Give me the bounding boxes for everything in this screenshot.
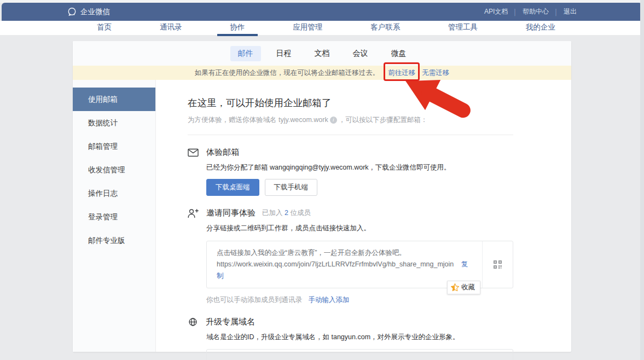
page-subtitle: 为方便体验，赠送你体验域名 tyjy.wecom.work i ，可以按以下步骤… — [188, 115, 545, 125]
invite-desc: 分享链接或二维码到工作群，成员点击链接快速加入。 — [206, 224, 513, 233]
invite-user-icon — [188, 208, 199, 218]
help-center-link[interactable]: 帮助中心 — [523, 7, 549, 16]
section-trial-mailbox: 体验邮箱 已经为你分配了邮箱 wangqingqing@tyjy.wecom.w… — [188, 147, 513, 196]
tab-calendar[interactable]: 日程 — [269, 46, 299, 61]
page-title: 在这里，可以开始使用企业邮箱了 — [188, 96, 545, 109]
globe-icon — [188, 317, 198, 327]
nav-item-tools[interactable]: 管理工具 — [447, 21, 479, 35]
qr-code-button[interactable] — [482, 241, 513, 288]
content-card: 邮件 日程 文档 会议 微盘 如果有正在使用的企业微信，现在可以将企业邮箱迁移过… — [73, 41, 571, 352]
app-logo-label: 企业微信 — [80, 7, 110, 17]
nav-item-contacts[interactable]: 通讯录 — [159, 21, 183, 35]
nav-item-customers[interactable]: 客户联系 — [369, 21, 401, 35]
qr-code-icon — [493, 260, 502, 269]
invite-member-count: 2 — [285, 209, 288, 217]
tab-mail[interactable]: 邮件 — [230, 46, 261, 61]
topbar-links: API文档 │ 帮助中心 │ 退出 — [484, 7, 577, 16]
nav-item-my-company[interactable]: 我的企业 — [525, 21, 556, 35]
sidebar-item-use-mailbox[interactable]: 使用邮箱 — [73, 88, 155, 111]
divider — [188, 135, 513, 135]
manual-add-row: 你也可以手动添加成员到通讯录 手动输入添加 — [206, 295, 513, 305]
sidebar-item-send-receive-mgmt[interactable]: 收发信管理 — [73, 158, 155, 182]
app-logo[interactable]: 企业微信 — [67, 7, 110, 17]
tab-drive[interactable]: 微盘 — [384, 46, 414, 61]
api-docs-link[interactable]: API文档 — [484, 7, 508, 16]
section-title-domain: 升级专属域名 — [206, 317, 255, 327]
trial-mailbox-desc: 已经为你分配了邮箱 wangqingqing@tyjy.wecom.work，下… — [206, 163, 513, 172]
sidebar-item-statistics[interactable]: 数据统计 — [73, 111, 155, 135]
main-content: 在这里，可以开始使用企业邮箱了 为方便体验，赠送你体验域名 tyjy.wecom… — [156, 80, 571, 352]
section-title-invite: 邀请同事体验 — [206, 208, 256, 218]
divider: │ — [513, 9, 517, 15]
collab-tabs: 邮件 日程 文档 会议 微盘 — [73, 41, 571, 66]
domain-desc: 域名是企业的ID，升级企业专属域名，如 tangyun.com，对外展示专业的企… — [206, 333, 513, 342]
favorite-badge-label: 收藏 — [461, 283, 475, 292]
manual-add-link[interactable]: 手动输入添加 — [308, 296, 349, 304]
mail-sidebar: 使用邮箱 数据统计 邮箱管理 收发信管理 操作日志 登录管理 邮件专业版 — [73, 80, 156, 352]
sidebar-item-operation-log[interactable]: 操作日志 — [73, 182, 155, 205]
invite-meta-suffix: 位成员 — [288, 209, 311, 217]
manual-add-text: 你也可以手动添加成员到通讯录 — [206, 296, 302, 304]
chat-bubble-icon — [67, 7, 77, 16]
info-icon[interactable]: i — [330, 117, 337, 124]
divider: │ — [554, 9, 558, 15]
skip-migrate-link[interactable]: 无需迁移 — [422, 68, 449, 78]
download-desktop-button[interactable]: 下载桌面端 — [206, 179, 259, 196]
migration-notice-bar: 如果有正在使用的企业微信，现在可以将企业邮箱迁移过去。 前往迁移 无需迁移 — [73, 66, 571, 80]
sidebar-item-login-mgmt[interactable]: 登录管理 — [73, 205, 155, 229]
go-migrate-link[interactable]: 前往迁移 — [388, 69, 415, 77]
invite-member-meta: 已加入 2 位成员 — [262, 208, 311, 218]
favorite-badge[interactable]: 收藏 — [447, 281, 480, 294]
section-title-trial-mailbox: 体验邮箱 — [206, 147, 239, 158]
nav-item-apps[interactable]: 应用管理 — [292, 21, 323, 35]
main-nav: 首页 通讯录 协作 应用管理 客户联系 管理工具 我的企业 — [0, 21, 644, 35]
sidebar-item-mailbox-mgmt[interactable]: 邮箱管理 — [73, 135, 155, 158]
sidebar-item-mail-pro[interactable]: 邮件专业版 — [73, 229, 155, 252]
nav-item-collaboration[interactable]: 协作 — [229, 21, 246, 35]
section-domain: 升级专属域名 域名是企业的ID，升级企业专属域名，如 tangyun.com，对… — [188, 317, 513, 360]
current-domain-box: 当前域名：tangyunedu.com 配置 — [206, 349, 513, 360]
tab-docs[interactable]: 文档 — [307, 46, 338, 61]
nav-item-home[interactable]: 首页 — [96, 21, 113, 35]
scrollbar-track[interactable] — [640, 0, 644, 360]
share-url: https://work.weixin.qq.com/join/7ljzLrLL… — [217, 260, 454, 268]
topbar: 企业微信 API文档 │ 帮助中心 │ 退出 — [2, 3, 642, 21]
page-subtitle-prefix: 为方便体验，赠送你体验域名 tyjy.wecom.work — [188, 115, 328, 125]
migration-notice-text: 如果有正在使用的企业微信，现在可以将企业邮箱迁移过去。 — [195, 68, 380, 78]
mail-icon — [188, 148, 199, 157]
invite-meta-prefix: 已加入 — [262, 209, 285, 217]
tab-meeting[interactable]: 会议 — [345, 46, 376, 61]
logout-link[interactable]: 退出 — [564, 7, 577, 16]
star-icon — [450, 283, 460, 292]
share-invite-text: 点击链接加入我的企业“唐云教育”，一起开启全新办公体验吧。 — [217, 247, 473, 259]
page-subtitle-suffix: ，可以按以下步骤配置邮箱： — [339, 115, 428, 125]
download-mobile-button[interactable]: 下载手机端 — [265, 179, 318, 196]
share-url-line: https://work.weixin.qq.com/join/7ljzLrLL… — [217, 259, 473, 282]
